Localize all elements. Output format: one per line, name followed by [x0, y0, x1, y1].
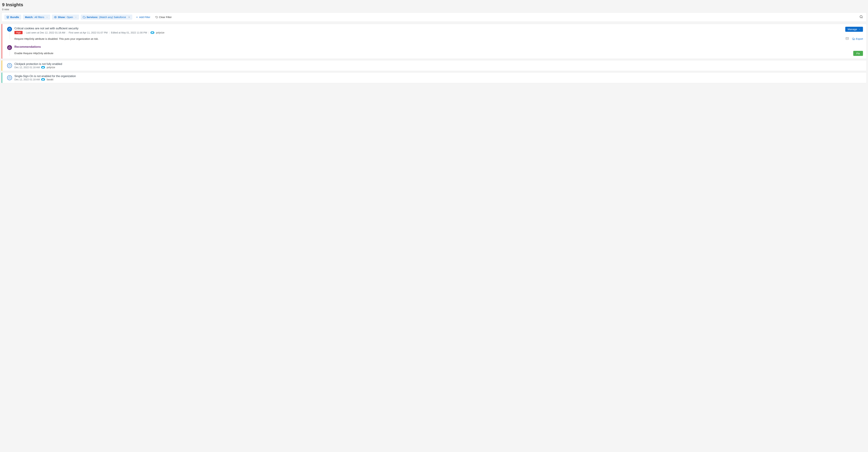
timestamp: Dec 12, 2022 01:18 AM [14, 66, 40, 69]
svg-point-4 [860, 15, 862, 18]
page-title: 9 Insights [2, 2, 866, 7]
show-value: Open [67, 15, 73, 19]
severity-badge: High [14, 31, 23, 34]
thumbs-up-icon [7, 45, 12, 50]
services-value: (Match any) Salesforce [99, 15, 126, 19]
plus-icon [136, 16, 138, 19]
first-seen: First seen at Apr 11, 2022 01:07 PM [69, 31, 107, 34]
manage-button[interactable]: Manage [845, 27, 863, 32]
svg-line-5 [862, 18, 863, 18]
severity-stripe [2, 24, 2, 59]
cloud-download-icon [852, 37, 855, 40]
edited-at: Edited at May 01, 2022 11:00 PM [111, 31, 147, 34]
page-subtitle: 0 new [2, 8, 866, 11]
add-filter-button[interactable]: Add Filter [134, 14, 152, 20]
export-button[interactable]: Export [852, 37, 863, 40]
severity-stripe [2, 60, 2, 71]
insight-card[interactable]: Critical cookies are not set with suffic… [1, 24, 867, 59]
search-button[interactable] [859, 14, 864, 20]
icon-column [7, 27, 12, 39]
svg-rect-6 [9, 28, 10, 29]
layers-icon [6, 16, 9, 19]
insight-title: Clickjack protection is not fully enable… [14, 63, 863, 66]
connector-line [9, 51, 10, 56]
chevron-down-icon [859, 28, 861, 30]
insight-title: Critical cookies are not set with suffic… [14, 27, 843, 30]
service-name: polyrize [47, 66, 55, 69]
service-name: baraki [47, 78, 53, 81]
undo-icon [156, 16, 158, 19]
insight-card[interactable]: Clickjack protection is not fully enable… [1, 60, 867, 71]
search-icon [860, 15, 863, 19]
salesforce-icon [41, 66, 45, 69]
salesforce-icon [41, 78, 45, 81]
clear-filter-button[interactable]: Clear Filter [154, 14, 174, 20]
fix-label: Fix [856, 52, 860, 55]
svg-rect-11 [9, 65, 10, 65]
show-chip[interactable]: Show: Open [52, 14, 79, 20]
svg-rect-15 [9, 77, 10, 77]
last-seen: Last seen at Dec 12, 2022 01:18 AM [26, 31, 65, 34]
timestamp: Dec 12, 2022 01:18 AM [14, 78, 40, 81]
fix-button[interactable]: Fix [853, 51, 863, 56]
mail-icon [846, 37, 849, 40]
svg-point-18 [43, 79, 44, 80]
svg-point-9 [153, 32, 153, 33]
svg-marker-0 [7, 16, 9, 17]
service-name: polyrize [156, 31, 164, 34]
close-icon[interactable]: ✕ [128, 16, 130, 19]
add-filter-label: Add Filter [139, 15, 150, 19]
svg-point-14 [43, 67, 44, 68]
recommendation-text: Enable Require HttpOnly attribute [14, 52, 851, 55]
clipboard-icon [7, 63, 12, 68]
bundle-chip[interactable]: Bundle [4, 14, 21, 20]
clipboard-icon [7, 27, 12, 32]
connector-line [9, 32, 10, 39]
clipboard-icon [7, 75, 12, 80]
manage-label: Manage [848, 28, 857, 31]
cloud-icon [83, 16, 86, 19]
match-value: All filters [34, 15, 44, 19]
severity-stripe [2, 72, 2, 83]
recommendations-header: Recommendations [14, 45, 851, 49]
chevron-down-icon [75, 16, 77, 18]
icon-column [7, 45, 12, 56]
show-label: Show: [58, 15, 66, 19]
bundle-label: Bundle [10, 15, 19, 19]
page-header: 9 Insights 0 new [1, 1, 867, 12]
salesforce-icon [151, 31, 154, 34]
chevron-down-icon [46, 16, 48, 18]
filter-bar: Bundle Match: All filters Show: Open Ser… [1, 12, 867, 22]
export-label: Export [856, 37, 863, 40]
insight-title: Single-Sign-On is not enabled for the or… [14, 75, 863, 78]
insight-meta: Dec 12, 2022 01:18 AM baraki [14, 78, 863, 81]
mail-button[interactable] [846, 37, 849, 41]
match-chip[interactable]: Match: All filters [23, 14, 50, 20]
services-chip[interactable]: Services: (Match any) Salesforce ✕ [81, 14, 132, 20]
insight-card[interactable]: Single-Sign-On is not enabled for the or… [1, 72, 867, 83]
insight-description: Require HttpOnly attribute is disabled. … [14, 37, 843, 40]
svg-point-1 [55, 17, 56, 18]
clear-filter-label: Clear Filter [159, 15, 172, 19]
eye-icon [54, 16, 57, 19]
services-label: Services: [87, 15, 98, 19]
insight-meta: High | Last seen at Dec 12, 2022 01:18 A… [14, 31, 843, 34]
match-label: Match: [25, 15, 33, 19]
insight-meta: Dec 12, 2022 01:18 AM polyrize [14, 66, 863, 69]
